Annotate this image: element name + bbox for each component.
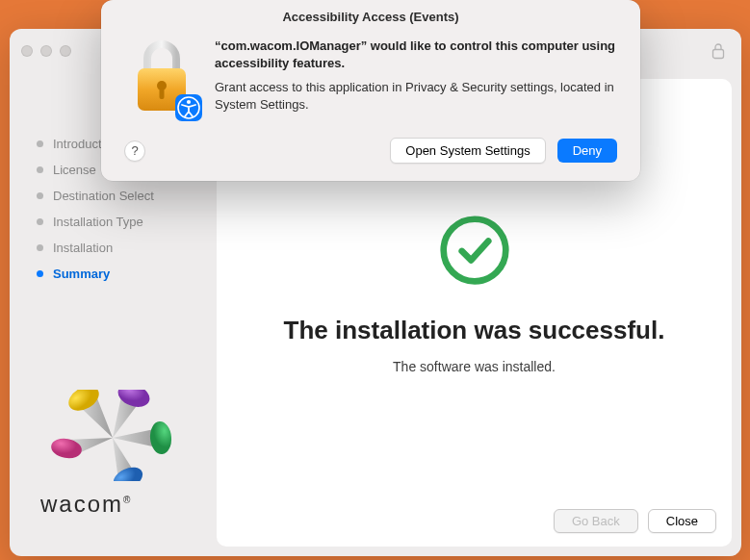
step-label: Summary bbox=[53, 267, 110, 281]
svg-point-17 bbox=[187, 100, 191, 104]
wacom-logo: wacom® bbox=[37, 390, 217, 547]
lock-icon bbox=[711, 42, 726, 60]
step-label: Destination Select bbox=[53, 189, 154, 203]
step-installation: Installation bbox=[37, 235, 217, 261]
lock-accessibility-icon bbox=[126, 38, 197, 118]
step-destination: Destination Select bbox=[37, 183, 217, 209]
wacom-logo-mark bbox=[40, 390, 185, 481]
success-subtitle: The software was installed. bbox=[393, 359, 556, 374]
step-installation-type: Installation Type bbox=[37, 209, 217, 235]
step-label: Installation bbox=[53, 241, 113, 255]
success-title: The installation was successful. bbox=[284, 316, 665, 345]
zoom-window-button[interactable] bbox=[60, 45, 71, 57]
footer-actions: Go Back Close bbox=[554, 509, 716, 533]
minimize-window-button[interactable] bbox=[40, 45, 52, 57]
open-system-settings-button[interactable]: Open System Settings bbox=[390, 138, 545, 164]
accessibility-access-dialog: Accessibility Access (Events) bbox=[101, 0, 640, 181]
dialog-heading: “com.wacom.IOManager” would like to cont… bbox=[215, 38, 617, 71]
wacom-logo-text: wacom® bbox=[40, 491, 217, 518]
step-label: Installation Type bbox=[53, 215, 143, 229]
svg-point-8 bbox=[149, 420, 173, 455]
close-button[interactable]: Close bbox=[648, 509, 716, 533]
dialog-title: Accessibility Access (Events) bbox=[101, 0, 640, 38]
success-check-icon bbox=[438, 214, 511, 287]
svg-rect-0 bbox=[713, 50, 724, 59]
svg-point-11 bbox=[443, 219, 505, 282]
window-controls bbox=[21, 45, 71, 57]
accessibility-badge-icon bbox=[174, 93, 203, 122]
deny-button[interactable]: Deny bbox=[557, 139, 617, 163]
go-back-button: Go Back bbox=[554, 509, 638, 533]
svg-rect-14 bbox=[160, 88, 165, 99]
step-label: License bbox=[53, 163, 96, 177]
help-button[interactable]: ? bbox=[124, 140, 145, 162]
step-summary: Summary bbox=[37, 261, 217, 287]
dialog-description: Grant access to this application in Priv… bbox=[215, 79, 617, 113]
close-window-button[interactable] bbox=[21, 45, 33, 57]
